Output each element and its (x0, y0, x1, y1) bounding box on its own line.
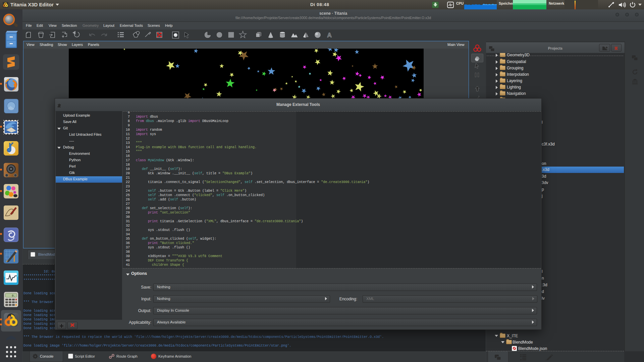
svg-text:0.: 0. (12, 294, 15, 298)
svg-text:A: A (327, 32, 332, 39)
